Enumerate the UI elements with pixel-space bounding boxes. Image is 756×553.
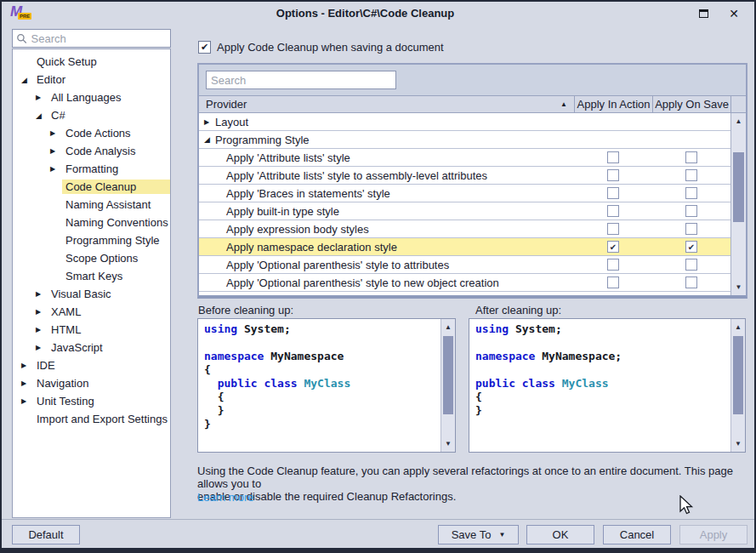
provider-row-apply-expression-body-styles[interactable]: Apply expression body styles [199,220,730,238]
sidebar-item-visual-basic[interactable]: ▶Visual Basic [13,285,170,303]
apply-in-action-checkbox[interactable] [607,223,619,235]
scroll-up-icon[interactable]: ▲ [731,323,745,331]
sidebar-item-smart-keys[interactable]: Smart Keys [13,267,170,285]
expanded-arrow-icon[interactable]: ◢ [21,76,33,84]
sidebar-search[interactable] [12,29,171,48]
sidebar-item-c[interactable]: ◢C# [13,106,170,124]
collapsed-arrow-icon[interactable]: ▶ [21,397,33,405]
apply-in-action-checkbox-cell [574,187,652,199]
sidebar-item-formatting[interactable]: ▶Formatting [13,160,170,178]
sidebar-item-code-analysis[interactable]: ▶Code Analysis [13,142,170,160]
sidebar-item-naming-assistant[interactable]: Naming Assistant [13,196,170,214]
apply-in-action-checkbox[interactable] [607,276,619,288]
expanded-arrow-icon[interactable]: ◢ [204,135,215,144]
provider-label: Apply 'Braces in statements' style [226,187,390,200]
scroll-down-icon[interactable]: ▼ [441,440,455,448]
scrollbar-thumb[interactable] [443,336,453,414]
scrollbar-thumb[interactable] [733,336,743,414]
sidebar-item-programming-style[interactable]: Programming Style [13,231,170,249]
provider-row-apply-attribute-lists-style[interactable]: Apply 'Attribute lists' style [199,149,730,167]
scrollbar-thumb[interactable] [733,152,744,222]
scroll-down-icon[interactable]: ▼ [731,283,746,291]
after-code-scrollbar[interactable]: ▲ ▼ [730,319,745,452]
provider-row-apply-built-in-type-style[interactable]: Apply built-in type style [199,202,730,220]
collapsed-arrow-icon[interactable]: ▶ [50,165,62,173]
collapsed-arrow-icon[interactable]: ▶ [36,326,48,334]
provider-panel: Provider ▲ Apply In Action Apply On Save… [197,63,747,299]
apply-on-save-checkbox-cell [652,276,730,288]
provider-search[interactable] [206,71,396,89]
column-header-apply-on-save[interactable]: Apply On Save [652,96,730,112]
provider-row-apply-optional-parenthesis-style-to-attributes[interactable]: Apply 'Optional parenthesis' style to at… [199,256,730,274]
page-description: Using the Code Cleanup feature, you can … [197,465,754,503]
maximize-button[interactable] [688,2,719,25]
sidebar-item-unit-testing[interactable]: ▶Unit Testing [13,392,170,410]
provider-row-apply-attribute-lists-style-to-assembly-level-attributes[interactable]: Apply 'Attribute lists' style to assembl… [199,167,730,185]
provider-search-input[interactable] [211,74,395,87]
collapsed-arrow-icon[interactable]: ▶ [21,379,33,387]
apply-in-action-checkbox[interactable] [607,187,619,199]
collapsed-arrow-icon[interactable]: ▶ [36,94,48,101]
expanded-arrow-icon[interactable]: ◢ [36,111,48,120]
sidebar-item-xaml[interactable]: ▶XAML [13,303,170,321]
apply-in-action-checkbox[interactable] [607,259,619,271]
collapsed-arrow-icon[interactable]: ▶ [50,129,62,137]
column-header-provider[interactable]: Provider ▲ [199,96,574,112]
collapsed-arrow-icon[interactable]: ▶ [204,118,215,126]
scroll-up-icon[interactable]: ▲ [441,323,455,331]
ok-button[interactable]: OK [526,525,594,544]
collapsed-arrow-icon[interactable]: ▶ [36,344,48,351]
sidebar-search-input[interactable] [31,32,170,45]
apply-in-action-checkbox[interactable]: ✔ [607,241,619,253]
collapsed-arrow-icon[interactable]: ▶ [36,308,48,316]
learn-more-link[interactable]: Learn more [197,491,253,504]
sidebar-item-code-cleanup[interactable]: Code Cleanup [13,178,170,196]
save-to-button[interactable]: Save To ▼ [438,525,519,544]
sidebar-item-label: JavaScript [48,340,106,355]
apply-on-save-checkbox[interactable] [685,223,697,235]
apply-on-save-checkbox[interactable] [685,205,697,217]
apply-on-save-checkbox[interactable] [685,259,697,271]
sidebar-item-ide[interactable]: ▶IDE [13,356,170,374]
sidebar-item-navigation[interactable]: ▶Navigation [13,374,170,392]
sidebar-item-scope-options[interactable]: Scope Options [13,249,170,267]
sidebar-item-import-and-export-settings[interactable]: Import and Export Settings [13,410,170,428]
apply-on-save-checkbox[interactable] [685,169,697,181]
sidebar-item-code-actions[interactable]: ▶Code Actions [13,124,170,142]
provider-label: Apply built-in type style [226,205,339,218]
provider-row-apply-optional-parenthesis-style-to-new-object-creation[interactable]: Apply 'Optional parenthesis' style to ne… [199,274,730,292]
collapsed-arrow-icon[interactable]: ▶ [36,290,48,298]
close-button[interactable]: ✕ [719,2,749,25]
table-scrollbar[interactable]: ▲ ▼ [730,113,746,295]
scroll-down-icon[interactable]: ▼ [731,440,745,448]
after-label: After cleaning up: [475,304,561,316]
default-button[interactable]: Default [12,525,80,544]
sidebar-item-all-languages[interactable]: ▶All Languages [13,88,170,106]
apply-on-save-checkbox[interactable] [685,187,697,199]
apply-in-action-checkbox[interactable] [607,151,619,163]
apply-in-action-checkbox[interactable] [607,169,619,181]
provider-row-apply-braces-in-statements-style[interactable]: Apply 'Braces in statements' style [199,185,730,202]
collapsed-arrow-icon[interactable]: ▶ [50,147,62,155]
scroll-up-icon[interactable]: ▲ [731,117,746,125]
sidebar-item-label: Navigation [33,376,92,391]
before-code-scrollbar[interactable]: ▲ ▼ [441,319,455,452]
provider-row-programming-style[interactable]: ◢Programming Style [199,131,730,149]
column-header-apply-in-action[interactable]: Apply In Action [574,96,652,112]
sidebar-item-quick-setup[interactable]: Quick Setup [13,53,170,71]
provider-row-layout[interactable]: ▶Layout [199,113,730,131]
provider-row-apply-namespace-declaration-style[interactable]: Apply namespace declaration style✔✔ [199,238,730,256]
apply-on-save-checkbox[interactable]: ✔ [685,241,697,253]
apply-on-save-checkbox[interactable] [685,276,697,288]
apply-code-cleanup-checkbox[interactable]: ✔ [198,41,211,54]
cancel-button[interactable]: Cancel [603,525,671,544]
apply-on-save-setting[interactable]: ✔ Apply Code Cleanup when saving a docum… [198,41,444,54]
sidebar-item-html[interactable]: ▶HTML [13,321,170,339]
apply-in-action-checkbox[interactable] [607,205,619,217]
sidebar-item-editor[interactable]: ◢Editor [13,71,170,88]
sort-ascending-icon: ▲ [560,100,567,108]
sidebar-item-naming-conventions[interactable]: Naming Conventions [13,214,170,231]
apply-on-save-checkbox[interactable] [685,151,697,163]
sidebar-item-javascript[interactable]: ▶JavaScript [13,339,170,356]
collapsed-arrow-icon[interactable]: ▶ [21,362,33,369]
